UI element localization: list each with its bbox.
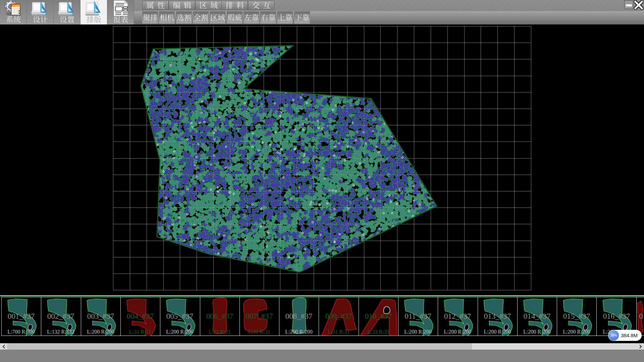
svg-text:L:700 R:700: L:700 R:700 [7,329,35,335]
svg-text:0: 0 [639,312,643,320]
svg-text:L:200 R:200: L:200 R:200 [523,329,550,335]
svg-text:L:200 R:200: L:200 R:200 [563,329,590,335]
svg-text:008_#37: 008_#37 [285,312,313,320]
svg-text:011_#37: 011_#37 [405,312,431,320]
svg-text:014_#37: 014_#37 [524,312,551,320]
svg-text:012_#37: 012_#37 [444,312,471,320]
svg-text:006_#37: 006_#37 [206,312,233,320]
svg-text:004_#37: 004_#37 [127,312,154,320]
svg-text:003_#37: 003_#37 [87,312,114,320]
svg-text:L:200 R:200: L:200 R:200 [87,329,114,335]
svg-text:010_#37: 010_#37 [365,312,392,320]
svg-text:L:31 R:31: L:31 R:31 [129,329,151,335]
svg-text:L:21 R:21: L:21 R:21 [209,329,230,335]
svg-text:015_#37: 015_#37 [563,312,590,320]
svg-text:L:200 R:200: L:200 R:200 [484,329,511,335]
svg-text:L:200 R:200: L:200 R:200 [444,329,471,335]
svg-text:L:31 R:31: L:31 R:31 [328,329,350,335]
svg-text:L:33 R:33: L:33 R:33 [367,329,389,335]
svg-text:002_#37: 002_#37 [47,312,74,320]
svg-text:L:200 R:200: L:200 R:200 [166,329,193,335]
svg-text:016_#37: 016_#37 [603,312,630,320]
svg-text:L:132 R:132: L:132 R:132 [47,329,74,335]
svg-text:L:200 R:200: L:200 R:200 [285,329,312,335]
svg-text:013_#37: 013_#37 [484,312,511,320]
svg-text:005_#37: 005_#37 [166,312,194,320]
svg-text:007_#37: 007_#37 [246,312,273,320]
svg-text:L:31 R:31: L:31 R:31 [248,329,270,335]
svg-text:L:200 R:200: L:200 R:200 [404,329,431,335]
svg-text:001_#37: 001_#37 [8,312,35,320]
svg-text:009_#37: 009_#37 [325,312,353,320]
